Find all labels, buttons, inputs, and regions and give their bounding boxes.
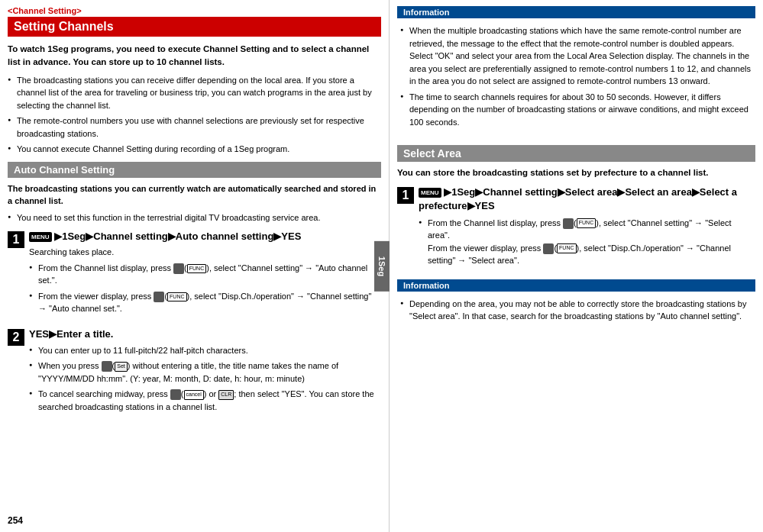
section-title-bar: Setting Channels (8, 17, 381, 37)
select-area-step-1-content: MENU ▶1Seg▶Channel setting▶Select area▶S… (419, 185, 755, 272)
sub-bullet: From the viewer display, press (FUNC), s… (29, 290, 381, 315)
sub-bullet: When you press (Set) without entering a … (29, 360, 381, 385)
step-1-content: MENU ▶1Seg▶Channel setting▶Auto channel … (29, 230, 381, 321)
left-panel: <Channel Setting> Setting Channels To wa… (0, 0, 390, 532)
cancel-press-icon (170, 389, 181, 400)
bullet-item: You cannot execute Channel Setting durin… (8, 143, 381, 156)
right-panel: Information When the multiple broadcasti… (390, 0, 763, 532)
info-box-1-label: Information (397, 6, 755, 18)
set-icon: Set (115, 362, 128, 372)
sub-bullet: You can enter up to 11 full-pitch/22 hal… (29, 344, 381, 357)
clr-icon: CLR (218, 390, 234, 400)
press-icon (102, 361, 112, 372)
func-icon-2: FUNC (167, 292, 186, 302)
step-1-sub-bullets: From the Channel list display, press (FU… (29, 262, 381, 315)
breadcrumb: <Channel Setting> (8, 6, 381, 15)
info-bullet: When the multiple broadcasting stations … (400, 24, 752, 88)
select-area-step-label: ▶1Seg▶Channel setting▶Select area▶Select… (419, 186, 737, 211)
sub-bullet: From the Channel list display, press (FU… (419, 217, 755, 267)
bullet-item: The remote-control numbers you use with … (8, 114, 381, 140)
info-box-1-content: When the multiple broadcasting stations … (397, 21, 755, 137)
intro-text: To watch 1Seg programs, you need to exec… (8, 43, 381, 69)
step-1-sub: Searching takes place. (29, 246, 381, 259)
cancel-icon: cancel (184, 390, 204, 400)
auto-channel-bullet: You need to set this function in the ter… (8, 211, 381, 224)
auto-channel-intro: The broadcasting stations you can curren… (8, 182, 381, 208)
select-area-section: Select Area You can store the broadcasti… (397, 145, 755, 332)
info-bullet-2: Depending on the area, you may not be ab… (400, 298, 752, 323)
info-box-2-label: Information (397, 279, 755, 292)
step-1-number: 1 (8, 231, 24, 248)
info-box-2-content: Depending on the area, you may not be ab… (397, 295, 755, 332)
step-2-content: YES▶Enter a title. You can enter up to 1… (29, 327, 381, 420)
func-icon-3: FUNC (577, 218, 596, 228)
step-1-text: MENU ▶1Seg▶Channel setting▶Auto channel … (29, 230, 381, 243)
main-bullet-list: The broadcasting stations you can receiv… (8, 74, 381, 156)
info-bullet: The time to search channels requires for… (400, 91, 752, 129)
viewer-icon-2 (543, 243, 554, 254)
select-area-step-1-text: MENU ▶1Seg▶Channel setting▶Select area▶S… (419, 185, 755, 213)
step-1-label: ▶1Seg▶Channel setting▶Auto channel setti… (54, 231, 301, 242)
func-icon: FUNC (187, 264, 206, 274)
auto-channel-subsection-bar: Auto Channel Setting (8, 162, 381, 178)
page-number: 254 (8, 515, 23, 526)
menu-icon-2: MENU (419, 188, 441, 198)
select-area-step-1-container: 1 MENU ▶1Seg▶Channel setting▶Select area… (397, 185, 755, 272)
step-2-number: 2 (8, 329, 24, 346)
step-2-container: 2 YES▶Enter a title. You can enter up to… (8, 327, 381, 420)
bullet-item: The broadcasting stations you can receiv… (8, 74, 381, 112)
select-area-title: Select Area (397, 145, 755, 162)
step-2-sub-bullets: You can enter up to 11 full-pitch/22 hal… (29, 344, 381, 414)
info-box-1-bullets: When the multiple broadcasting stations … (400, 24, 752, 128)
channel-icon-3 (563, 218, 574, 229)
bullet-item: You need to set this function in the ter… (8, 211, 381, 224)
sub-bullet: From the Channel list display, press (FU… (29, 262, 381, 287)
viewer-icon (154, 292, 164, 302)
step-1-container: 1 MENU ▶1Seg▶Channel setting▶Auto channe… (8, 230, 381, 321)
info-box-2-bullets: Depending on the area, you may not be ab… (400, 298, 752, 323)
func-icon-4: FUNC (557, 243, 576, 253)
step-2-text: YES▶Enter a title. (29, 327, 381, 341)
select-area-step-1-number: 1 (397, 187, 414, 204)
sub-bullet: To cancel searching midway, press (cance… (29, 388, 381, 413)
select-area-intro: You can store the broadcasting stations … (397, 166, 755, 179)
select-area-step-1-sub-bullets: From the Channel list display, press (FU… (419, 217, 755, 267)
channel-list-icon (173, 263, 184, 274)
tab-1seg: 1Seg (374, 240, 390, 291)
menu-icon: MENU (29, 232, 52, 242)
